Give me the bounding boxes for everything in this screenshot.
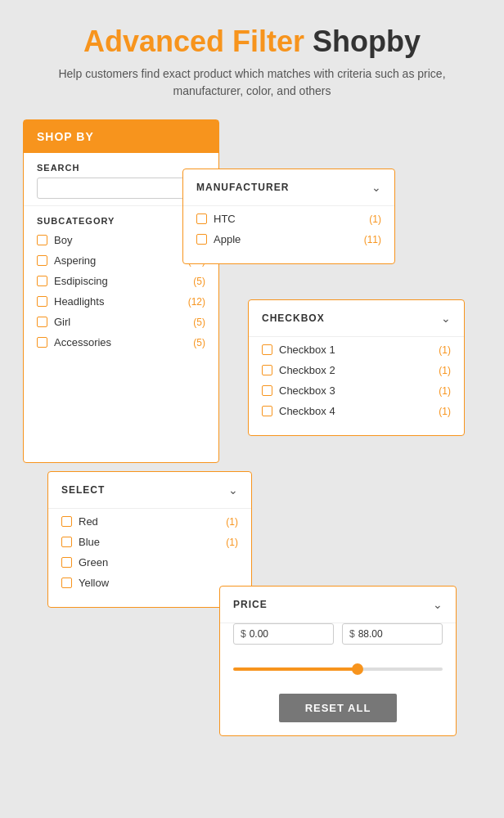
filter-item-name: Girl — [54, 316, 70, 328]
manufacturer-items: HTC (1) Apple (11) — [183, 206, 394, 263]
list-item: Checkbox 1 (1) — [262, 344, 451, 356]
filter-item-left: Green — [61, 556, 108, 569]
price-min-input[interactable] — [250, 628, 326, 640]
search-label: SEARCH — [37, 163, 205, 173]
price-chevron-icon[interactable]: ⌄ — [433, 598, 443, 611]
price-card: PRICE ⌄ $ $ RESET ALL — [219, 586, 457, 736]
filter-item-count: (1) — [226, 516, 238, 528]
checkbox-box[interactable] — [262, 365, 272, 375]
checkbox-box[interactable] — [37, 337, 47, 348]
filter-item-left: Apple — [196, 233, 241, 245]
filter-item-count: (1) — [439, 406, 451, 417]
filter-item-left: Checkbox 1 — [262, 344, 335, 356]
manufacturer-card: MANUFACTURER ⌄ HTC (1) Apple (11) — [182, 169, 395, 264]
checkbox-box[interactable] — [61, 516, 72, 527]
select-header: SELECT ⌄ — [48, 472, 251, 509]
checkbox-title: CHECKBOX — [262, 312, 325, 324]
filter-item-left: Red — [61, 515, 98, 528]
filter-item-name: Blue — [79, 536, 100, 548]
price-header: PRICE ⌄ — [220, 587, 456, 623]
reset-btn-container: RESET ALL — [220, 685, 456, 735]
reset-all-button[interactable]: RESET ALL — [279, 694, 398, 722]
shopby-header: SHOP BY — [24, 120, 218, 153]
checkbox-box[interactable] — [37, 255, 47, 266]
price-max-currency: $ — [349, 628, 355, 640]
checkbox-box[interactable] — [61, 578, 72, 588]
checkbox-box[interactable] — [61, 557, 72, 568]
filter-item-left: Esdipiscing — [37, 275, 108, 287]
select-title: SELECT — [61, 484, 105, 496]
checkbox-box[interactable] — [262, 385, 272, 396]
filter-item-left: Checkbox 2 — [262, 364, 335, 376]
filter-item-count: (5) — [193, 337, 205, 348]
filter-item-name: Esdipiscing — [54, 275, 108, 287]
filter-item-count: (1) — [439, 344, 451, 356]
list-item: Aspering (12) — [37, 254, 205, 267]
list-item: Girl (5) — [37, 316, 205, 328]
manufacturer-header: MANUFACTURER ⌄ — [183, 169, 394, 206]
manufacturer-chevron-icon[interactable]: ⌄ — [371, 181, 381, 194]
list-item: Accessories (5) — [37, 336, 205, 348]
select-chevron-icon[interactable]: ⌄ — [228, 483, 238, 497]
list-item: Green — [61, 556, 238, 569]
filter-item-name: Checkbox 3 — [279, 384, 335, 397]
price-min-currency: $ — [241, 628, 246, 640]
filter-item-count: (1) — [226, 537, 238, 548]
checkbox-card: CHECKBOX ⌄ Checkbox 1 (1) Checkbox 2 (1)… — [248, 299, 465, 436]
price-max-wrapper: $ — [342, 623, 443, 645]
checkbox-box[interactable] — [61, 537, 72, 547]
filter-item-left: HTC — [196, 213, 236, 225]
list-item: Apple (11) — [196, 233, 381, 245]
filter-item-name: Green — [79, 556, 108, 569]
filter-item-name: Apple — [214, 233, 241, 245]
filter-item-left: Headlights — [37, 295, 104, 308]
price-title: PRICE — [233, 599, 268, 610]
filter-item-count: (1) — [439, 365, 451, 376]
header-section: Advanced Filter Shopby Help customers fi… — [47, 25, 457, 100]
filter-item-name: Boy — [54, 234, 72, 246]
checkbox-box[interactable] — [262, 344, 272, 355]
search-input[interactable] — [37, 178, 205, 199]
checkbox-chevron-icon[interactable]: ⌄ — [441, 312, 451, 325]
filter-item-count: (5) — [193, 317, 205, 328]
checkbox-box[interactable] — [262, 406, 272, 416]
subcategory-items: Boy Aspering (12) Esdipiscing (5) Hea — [37, 234, 205, 348]
list-item: HTC (1) — [196, 213, 381, 225]
filter-item-count: (1) — [369, 213, 381, 225]
filter-item-name: Red — [79, 515, 98, 528]
list-item: Checkbox 4 (1) — [262, 405, 451, 417]
filter-item-name: Accessories — [54, 336, 111, 348]
price-slider-container — [220, 656, 456, 685]
checkbox-box[interactable] — [196, 213, 207, 224]
price-max-input[interactable] — [358, 628, 435, 640]
filter-item-left: Yellow — [61, 577, 109, 589]
subcategory-label: SUBCATEGORY — [37, 216, 205, 226]
checkbox-box[interactable] — [196, 234, 207, 245]
filter-item-left: Boy — [37, 234, 72, 246]
filter-item-name: Checkbox 1 — [279, 344, 335, 356]
checkbox-box[interactable] — [37, 276, 47, 286]
filter-item-name: Aspering — [54, 254, 96, 267]
filter-item-left: Checkbox 4 — [262, 405, 335, 417]
filter-item-name: Checkbox 2 — [279, 364, 335, 376]
price-inputs: $ $ — [220, 623, 456, 656]
filter-item-left: Aspering — [37, 254, 96, 267]
filter-item-left: Blue — [61, 536, 100, 548]
filter-item-left: Accessories — [37, 336, 111, 348]
list-item: Checkbox 3 (1) — [262, 384, 451, 397]
checkbox-box[interactable] — [37, 235, 47, 245]
header-subtitle: Help customers find exact product which … — [47, 65, 457, 100]
price-slider[interactable] — [233, 667, 443, 671]
checkbox-box[interactable] — [37, 296, 47, 307]
price-min-wrapper: $ — [233, 623, 334, 645]
list-item: Red (1) — [61, 515, 238, 528]
list-item: Boy — [37, 234, 205, 246]
list-item: Checkbox 2 (1) — [262, 364, 451, 376]
checkbox-items: Checkbox 1 (1) Checkbox 2 (1) Checkbox 3… — [249, 337, 464, 435]
filter-item-name: Headlights — [54, 295, 104, 308]
checkbox-box[interactable] — [37, 317, 47, 327]
list-item: Esdipiscing (5) — [37, 275, 205, 287]
filter-item-left: Checkbox 3 — [262, 384, 335, 397]
filter-item-count: (12) — [188, 296, 205, 308]
header-title: Advanced Filter Shopby — [47, 25, 457, 59]
